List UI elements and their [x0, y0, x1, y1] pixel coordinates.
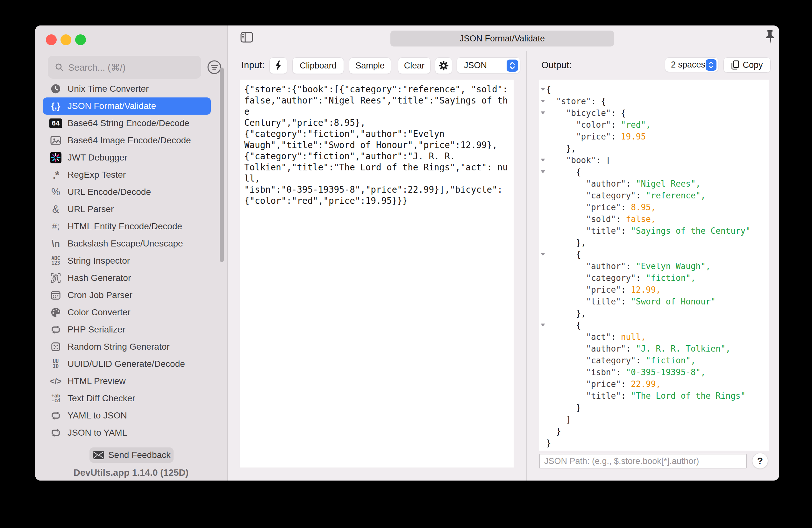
sidebar-item-label: URL Parser	[68, 201, 114, 218]
output-gutter	[539, 253, 546, 256]
sidebar-item-label: Hash Generator	[68, 269, 131, 287]
app-window: Unix Time Converter {,} JSON Format/Vali…	[35, 26, 779, 481]
clock-icon	[47, 80, 64, 98]
output-gutter	[539, 100, 546, 102]
output-line: {	[539, 83, 769, 95]
zoom-window-button[interactable]	[75, 34, 86, 45]
input-format-select[interactable]: JSON	[456, 57, 520, 73]
output-tree: { "store": { "bicycle": { "color": "red"…	[539, 80, 769, 451]
close-window-button[interactable]	[46, 34, 57, 45]
jsonpath-input[interactable]	[539, 454, 747, 469]
auto-detect-button[interactable]	[270, 57, 287, 74]
output-line: "author": "Evelyn Waugh",	[539, 260, 769, 272]
output-gutter	[539, 88, 546, 91]
disclosure-triangle-icon[interactable]	[541, 159, 545, 161]
sidebar-item-json-format-validate[interactable]: {,} JSON Format/Validate	[43, 98, 211, 115]
sidebar-item-label: Backslash Escape/Unescape	[68, 235, 183, 252]
sidebar-item-url-encode-decode[interactable]: % URL Encode/Decode	[43, 183, 211, 201]
sidebar-item-label: JSON Format/Validate	[68, 98, 156, 115]
toggle-sidebar-button[interactable]	[241, 32, 253, 43]
output-label: Output:	[541, 60, 571, 70]
sidebar-item-color-converter[interactable]: Color Converter	[43, 304, 211, 321]
tab-json-format-validate[interactable]: JSON Format/Validate	[390, 31, 614, 46]
image-icon	[47, 132, 64, 149]
sidebar-item-yaml-to-json[interactable]: YAML to JSON	[43, 407, 211, 424]
output-line: "author": "J. R. R. Tolkien",	[539, 343, 769, 354]
output-line: "price": 12.99,	[539, 284, 769, 296]
sidebar-item-backslash-escape[interactable]: \n Backslash Escape/Unescape	[43, 235, 211, 252]
sidebar-scrollbar[interactable]	[220, 68, 224, 262]
pin-window-button[interactable]	[764, 29, 776, 45]
clipboard-button[interactable]: Clipboard	[292, 57, 344, 74]
sidebar-toggle-icon	[241, 32, 253, 43]
json-braces-icon: {,}	[47, 98, 64, 115]
output-gutter	[539, 159, 546, 161]
sidebar-item-label: Unix Time Converter	[68, 80, 149, 98]
sidebar-item-uuid-ulid[interactable]: UU ID UUID/ULID Generate/Decode	[43, 355, 211, 373]
jwt-icon	[47, 149, 64, 166]
sidebar-item-base64-image[interactable]: Base64 Image Encode/Decode	[43, 132, 211, 149]
sidebar-item-unix-time-converter[interactable]: Unix Time Converter	[43, 80, 211, 98]
output-line: "price": 22.99,	[539, 378, 769, 390]
sidebar-item-php-serializer[interactable]: PHP Serializer	[43, 321, 211, 338]
panel-divider	[526, 51, 527, 481]
indent-select[interactable]: 2 spaces	[665, 57, 719, 72]
output-line: "author": "Nigel Rees",	[539, 178, 769, 189]
disclosure-triangle-icon[interactable]	[541, 324, 545, 326]
palette-icon	[47, 304, 64, 321]
output-gutter	[539, 324, 546, 326]
sidebar-item-hash-generator[interactable]: Hash Generator	[43, 269, 211, 287]
clear-button[interactable]: Clear	[398, 57, 431, 74]
output-line: "category": "fiction",	[539, 272, 769, 284]
copy-button[interactable]: Copy	[724, 57, 771, 73]
minimize-window-button[interactable]	[60, 34, 71, 45]
sample-button[interactable]: Sample	[349, 57, 391, 74]
search-field[interactable]	[48, 56, 201, 79]
sidebar-item-label: PHP Serializer	[68, 321, 126, 338]
lightning-icon	[275, 60, 282, 71]
sidebar-item-html-preview[interactable]: </> HTML Preview	[43, 373, 211, 390]
help-button[interactable]: ?	[752, 453, 768, 469]
sidebar-item-string-inspector[interactable]: ABC 123 String Inspector	[43, 252, 211, 269]
sidebar-item-jwt-debugger[interactable]: JWT Debugger	[43, 149, 211, 166]
sidebar-item-html-entity[interactable]: #; HTML Entity Encode/Decode	[43, 218, 211, 235]
swap-icon	[47, 424, 64, 441]
sidebar-item-label: Random String Generator	[68, 338, 170, 355]
send-feedback-button[interactable]: Send Feedback	[89, 447, 174, 463]
backslash-icon: \n	[47, 235, 64, 252]
input-textarea[interactable]: {"store":{"book":[{"category":"reference…	[240, 80, 513, 468]
sidebar-item-base64-string[interactable]: 64 Base64 String Encode/Decode	[43, 115, 211, 132]
output-line: },	[539, 142, 769, 154]
output-line: "category": "fiction",	[539, 354, 769, 366]
base64-icon: 64	[47, 115, 64, 132]
disclosure-triangle-icon[interactable]	[541, 253, 545, 256]
disclosure-triangle-icon[interactable]	[541, 170, 545, 173]
sidebar-item-url-parser[interactable]: & URL Parser	[43, 201, 211, 218]
sidebar-item-random-string-generator[interactable]: Random String Generator	[43, 338, 211, 355]
disclosure-triangle-icon[interactable]	[541, 112, 545, 114]
output-gutter	[539, 112, 546, 114]
search-icon	[55, 63, 64, 72]
input-label: Input:	[241, 60, 265, 70]
sidebar-item-label: Base64 String Encode/Decode	[68, 115, 189, 132]
fingerprint-icon	[47, 269, 64, 287]
settings-button[interactable]	[435, 57, 452, 74]
output-line: "sold": false,	[539, 213, 769, 225]
uuid-icon: UU ID	[47, 355, 64, 373]
select-stepper-icon	[507, 59, 518, 72]
code-icon: </>	[47, 373, 64, 390]
sidebar-item-json-to-yaml[interactable]: JSON to YAML	[43, 424, 211, 441]
pin-icon	[764, 29, 776, 45]
tab-label: JSON Format/Validate	[460, 34, 545, 44]
disclosure-triangle-icon[interactable]	[541, 100, 545, 102]
sidebar-item-text-diff-checker[interactable]: +ab -cd Text Diff Checker	[43, 390, 211, 407]
sidebar-item-label: JSON to YAML	[68, 424, 127, 441]
sidebar-item-label: Text Diff Checker	[68, 390, 135, 407]
sidebar-item-regexp-tester[interactable]: .* RegExp Tester	[43, 166, 211, 183]
disclosure-triangle-icon[interactable]	[541, 88, 545, 91]
sidebar-item-label: UUID/ULID Generate/Decode	[68, 355, 185, 373]
search-input[interactable]	[68, 56, 196, 79]
output-line: "price": 8.95,	[539, 201, 769, 213]
sidebar-item-cron-job-parser[interactable]: Cron Job Parser	[43, 287, 211, 304]
sidebar-item-label: Cron Job Parser	[68, 287, 132, 304]
